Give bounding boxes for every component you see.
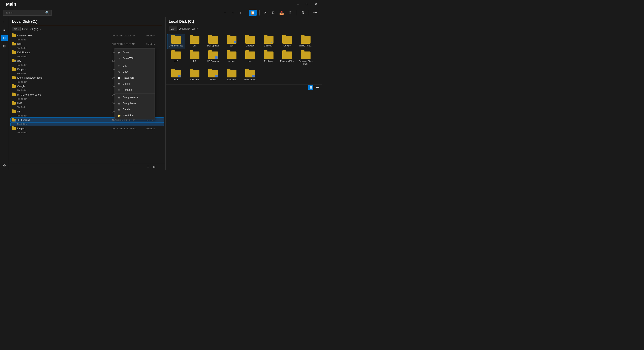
delete-icon: 🗑 [118,82,121,85]
ctx-group-items-label: Group items [123,102,136,105]
ctx-paste-label: Paste here [123,76,134,79]
more-view-button[interactable]: ••• [158,165,164,169]
right-breadcrumb-dropdown[interactable]: ▾ [174,28,176,30]
ctx-open[interactable]: ▶ Open [115,49,154,55]
ctx-new-folder[interactable]: 📁 New folder [115,112,154,118]
dev-badge [234,41,236,43]
icon-item-iis-express[interactable]: IIS Express [204,50,222,67]
icon-item-dell[interactable]: Dell [186,34,204,49]
icon-label: Common Files [169,44,183,47]
right-list-view-button[interactable]: ☰ [308,85,313,90]
open-icon: ▶ [118,51,121,54]
minimize-button[interactable]: ─ [296,2,301,7]
ctx-cut[interactable]: ✂ Cut [115,63,154,69]
left-drive-label: C:\ [14,28,17,30]
left-breadcrumb-path[interactable]: C:\ ▾ [12,27,20,31]
left-breadcrumb-dropdown[interactable]: ▾ [18,28,19,30]
ctx-open-with[interactable]: ↗ Open With [115,55,154,61]
folder-icon-entity: CI [264,36,274,44]
ctx-group-items[interactable]: ⊟ Group items [115,100,154,106]
toolbar: 🔍 ← → ↑ 📋 ✂ ⧉ 📥 🗑 ⇅ ••• [0,8,322,17]
list-view-button[interactable]: ☰ [145,165,150,169]
icon-item-program-files-x86[interactable]: Program Files (x86) [297,50,314,67]
up-button[interactable]: ↑ [238,10,243,16]
new-folder-icon: 📁 [118,114,121,117]
copy-button[interactable]: ⧉ [270,10,276,16]
toolbar-separator-1 [246,10,246,15]
search-box[interactable]: 🔍 [3,10,52,16]
icon-item-totalcmd[interactable]: totalcmd [186,68,204,83]
file-name: IIS [17,110,111,113]
icon-item-program-files[interactable]: Program Files [278,50,296,67]
maximize-button[interactable]: ❐ [304,2,310,7]
details-icon: ⊞ [118,108,121,111]
icon-item-hxd[interactable]: HxD [167,50,185,67]
iis-express-badge [215,56,218,59]
sidebar-panel[interactable]: ⊟ [1,35,8,41]
icon-item-dell-update[interactable]: Dell Update [204,34,222,49]
paste-button[interactable]: 📥 [278,10,285,16]
file-subtype: File folder [17,114,26,117]
icon-item-tests[interactable]: tests [167,68,185,83]
folder-icon-program-files-x86 [301,51,310,59]
sidebar-settings[interactable]: ⚙ [1,162,8,168]
ctx-delete-label: Delete [123,82,130,85]
copy-path-button[interactable]: 📋 [249,10,256,16]
icon-item-windows[interactable]: Windows [223,68,240,83]
icon-label: Program Files (x86) [298,60,314,65]
folder-icon-dell-update [208,36,218,44]
search-input[interactable] [6,11,44,14]
more-button[interactable]: ••• [312,10,319,16]
sidebar-monitor[interactable]: ⊡ [1,43,8,49]
right-panel-header: Local Disk (C:) [166,17,322,25]
icon-item-dev[interactable]: dev [223,34,240,49]
right-breadcrumb-path[interactable]: C:\ ▾ [169,26,177,31]
ctx-delete[interactable]: 🗑 Delete [115,81,154,87]
ctx-paste[interactable]: 📋 Paste here [115,75,154,81]
ctx-group-rename[interactable]: ⊞ Group rename [115,94,154,100]
icon-item-dropbox[interactable]: Dropbox [241,34,259,49]
file-subrow-selected: File folder [10,123,164,126]
sort-button[interactable]: ⇅ [300,10,306,16]
delete-button[interactable]: 🗑 [287,10,294,16]
file-row[interactable]: inetpub 10/18/2017 12:52:40 PM Directory [10,126,164,131]
right-more-button[interactable]: ••• [315,85,320,90]
ctx-details[interactable]: ⊞ Details [115,106,154,112]
icon-item-users[interactable]: Users [204,68,222,83]
file-name: IIS Express [18,119,110,121]
ctx-copy-label: Copy [123,70,128,73]
sidebar-hamburger[interactable]: ≡ [1,27,8,33]
icon-item-html-help[interactable]: HTML Help... [297,34,314,49]
file-type: Directory [146,43,162,45]
folder-icon [12,93,16,96]
file-row[interactable]: Common Files 10/16/2017 9:00:06 PM Direc… [10,33,164,38]
icon-item-iis[interactable]: IIS [186,50,204,67]
ctx-open-with-label: Open With [123,57,134,60]
back-button[interactable]: ← [221,10,228,16]
icon-item-google[interactable]: Google [278,34,296,49]
icon-label: IIS [193,60,196,62]
folder-icon-dell [190,36,200,44]
icon-item-inetpub[interactable]: inetpub [223,50,240,67]
tests-badge [178,75,180,77]
ctx-rename[interactable]: ✏ Rename [115,87,154,93]
grid-view-button[interactable]: ⊞ [152,165,157,169]
search-icon: 🔍 [45,11,49,15]
panels: Local Disk (C:) C:\ ▾ Local Disk (C:) > … [9,17,322,170]
cut-button[interactable]: ✂ [262,10,269,16]
right-panel: Local Disk (C:) C:\ ▾ Local Disk (C:) > … [166,17,322,170]
icon-item-entity[interactable]: CI Entity F... [260,34,278,49]
icon-item-intel[interactable]: Intel [241,50,259,67]
windows-old-badge [252,75,254,77]
left-bottom-bar: ☰ ⊞ ••• [9,164,166,170]
icon-item-perflogs[interactable]: PerfLogs [260,50,278,67]
close-button[interactable]: ✕ [313,2,319,7]
file-row[interactable]: Dell 10/22/2017 2:29:58 AM Directory [10,41,164,47]
ctx-copy[interactable]: ⧉ Copy [115,69,154,75]
folder-icon-iis [190,51,200,59]
sidebar-back[interactable]: ← [1,19,8,25]
icon-item-common-files[interactable]: Common Files [167,34,185,49]
left-panel-header: Local Disk (C:) [9,17,166,25]
forward-button[interactable]: → [230,10,236,16]
icon-item-windows-old[interactable]: Windows.old [241,68,259,83]
